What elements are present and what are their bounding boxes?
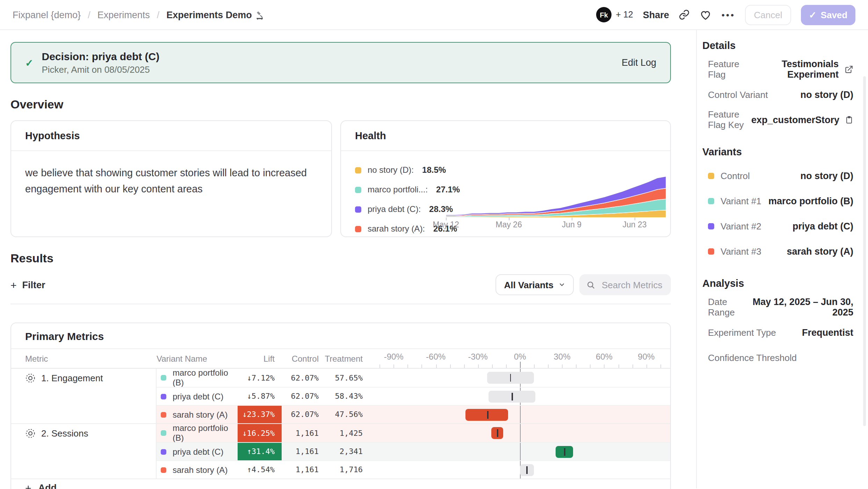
- main-content: ✓ Decision: priya debt (C) Picker, Amit …: [0, 30, 696, 488]
- axis-tick-label: 0%: [514, 352, 526, 362]
- legend-item[interactable]: marco portfoli...:27.1%: [355, 180, 460, 199]
- table-row[interactable]: 2. Sessionsmarco portfolio (B)↓16.25%1,1…: [11, 423, 670, 442]
- app-window: Fixpanel {demo} / Experiments / Experime…: [0, 0, 868, 489]
- sidebar-value: priya debt (C): [793, 221, 853, 231]
- variant-name: marco portfolio (B): [173, 423, 238, 443]
- avatar[interactable]: Fk: [596, 7, 612, 22]
- legend-item[interactable]: priya debt (C):28.3%: [355, 199, 460, 219]
- primary-metrics-card: Primary Metrics Metric Variant Name Lift…: [10, 323, 671, 479]
- clipboard-icon[interactable]: [845, 115, 853, 124]
- treatment-value: 47.56%: [321, 406, 366, 423]
- add-metric-button[interactable]: + Add: [10, 479, 671, 489]
- breadcrumb-section[interactable]: Experiments: [97, 9, 150, 20]
- variant-color-icon: [161, 430, 166, 436]
- chevron-down-icon: [558, 281, 565, 288]
- variant-color-icon: [161, 449, 166, 454]
- results-toolbar: + Filter All Variants: [10, 274, 671, 295]
- collaborator-count[interactable]: + 12: [616, 10, 633, 20]
- variant-name: sarah story (A): [173, 410, 227, 419]
- metric-goal-icon: [25, 428, 36, 438]
- legend-item[interactable]: no story (D):18.5%: [355, 160, 460, 180]
- sidebar-value: no story (D): [801, 170, 854, 181]
- table-row[interactable]: 1. Engagementmarco portfolio (B)↓7.12%62…: [11, 369, 670, 387]
- sidebar-value: exp_customerStory: [751, 114, 839, 125]
- hypothesis-title: Hypothesis: [11, 121, 331, 151]
- lift-value: ↑4.54%: [238, 461, 282, 479]
- more-options-button[interactable]: •••: [722, 9, 735, 20]
- mean-tick: [487, 411, 488, 418]
- control-value: 62.07%: [282, 369, 321, 387]
- variants-dropdown[interactable]: All Variants: [496, 274, 574, 295]
- details-row: Feature Flag Keyexp_customerStory: [702, 107, 853, 132]
- external-link-icon[interactable]: [844, 65, 853, 74]
- cancel-button[interactable]: Cancel: [745, 5, 791, 25]
- treatment-value: 1,716: [321, 461, 366, 479]
- breadcrumb-app[interactable]: Fixpanel {demo}: [13, 9, 81, 20]
- mean-tick: [497, 429, 498, 437]
- search-metrics-box[interactable]: [579, 274, 671, 295]
- microscope-icon: [255, 10, 265, 19]
- table-row[interactable]: priya debt (C)↑31.4%1,1612,341: [11, 442, 670, 460]
- edit-log-button[interactable]: Edit Log: [622, 57, 656, 68]
- control-value: 1,161: [282, 424, 321, 442]
- decision-subtitle: Picker, Amit on 08/05/2025: [42, 64, 159, 75]
- col-lift: Lift: [238, 349, 282, 368]
- col-control: Control: [282, 349, 321, 368]
- table-row[interactable]: priya debt (C)↓5.87%62.07%58.43%: [11, 387, 670, 405]
- lift-value: ↓7.12%: [238, 369, 282, 387]
- sidebar-value: Testimonials Experiment: [750, 59, 839, 80]
- variants-row: Controlno story (D): [702, 163, 853, 188]
- share-button[interactable]: Share: [643, 9, 669, 20]
- search-input[interactable]: [600, 279, 664, 291]
- table-row[interactable]: sarah story (A)↓23.37%62.07%47.56%: [11, 405, 670, 423]
- lift-value: ↓23.37%: [238, 406, 282, 423]
- sidebar-analysis: AnalysisDate RangeMay 12, 2025 – Jun 30,…: [702, 278, 853, 370]
- variant-name: priya debt (C): [173, 391, 223, 401]
- variant-color-icon: [161, 375, 166, 381]
- health-chart: May 12May 26Jun 9Jun 23: [446, 171, 666, 229]
- analysis-row: Confidence Threshold: [702, 345, 853, 370]
- axis-tick-label: -30%: [468, 352, 488, 362]
- treatment-value: 57.65%: [321, 369, 366, 387]
- table-row[interactable]: sarah story (A)↑4.54%1,1611,716: [11, 460, 670, 479]
- mean-tick: [564, 448, 565, 455]
- table-body: 1. Engagementmarco portfolio (B)↓7.12%62…: [11, 369, 670, 479]
- scrollbar[interactable]: [863, 76, 866, 426]
- variants-heading: Variants: [702, 146, 853, 157]
- axis-tick-label: 60%: [596, 352, 613, 362]
- analysis-row: Experiment TypeFrequentist: [702, 320, 853, 345]
- breadcrumb-separator: /: [88, 9, 91, 20]
- copy-link-icon[interactable]: [679, 9, 690, 20]
- col-variant-name: Variant Name: [157, 349, 238, 368]
- variant-name: marco portfolio (B): [173, 368, 238, 388]
- legend-swatch-icon: [355, 186, 361, 193]
- breadcrumb-current[interactable]: Experiments Demo: [166, 9, 265, 20]
- sidebar-variants: VariantsControlno story (D)Variant #1mar…: [702, 146, 853, 264]
- variant-color-icon: [708, 248, 714, 254]
- sidebar-value: marco portfolio (B): [768, 196, 853, 206]
- hypothesis-card: Hypothesis we believe that showing custo…: [10, 120, 332, 237]
- legend-swatch-icon: [355, 206, 361, 212]
- variant-color-icon: [161, 394, 166, 399]
- control-value: 1,161: [282, 443, 321, 460]
- legend-swatch-icon: [355, 226, 361, 232]
- lift-value: ↓16.25%: [238, 424, 282, 442]
- x-axis-label: Jun 9: [562, 220, 581, 229]
- metric-name[interactable]: 2. Sessions: [41, 428, 88, 438]
- saved-button[interactable]: ✓ Saved: [801, 5, 855, 25]
- metric-name[interactable]: 1. Engagement: [41, 373, 103, 383]
- sidebar-value: May 12, 2025 – Jun 30, 2025: [749, 297, 853, 318]
- mean-tick: [510, 374, 511, 382]
- divider: [10, 304, 671, 304]
- health-title: Health: [341, 121, 670, 151]
- col-metric: Metric: [11, 349, 157, 368]
- treatment-value: 58.43%: [321, 388, 366, 405]
- primary-metrics-title: Primary Metrics: [11, 323, 670, 349]
- mean-tick: [512, 392, 513, 400]
- details-heading: Details: [702, 40, 853, 51]
- variant-color-icon: [161, 412, 166, 417]
- favorite-heart-icon[interactable]: [700, 9, 712, 21]
- hypothesis-text: we believe that showing customer stories…: [11, 151, 331, 198]
- variants-row: Variant #2priya debt (C): [702, 213, 853, 239]
- add-filter-button[interactable]: + Filter: [10, 279, 45, 291]
